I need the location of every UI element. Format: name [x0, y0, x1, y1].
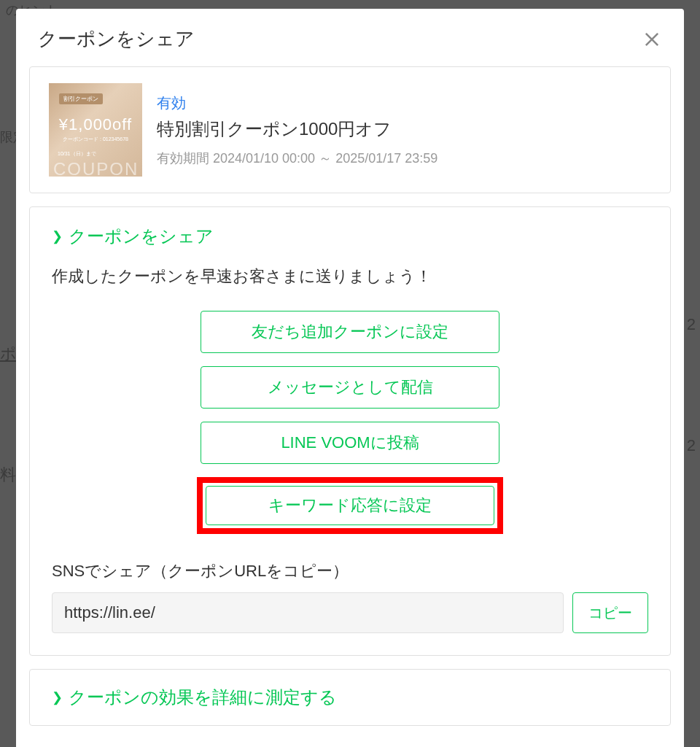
send-as-message-button[interactable]: メッセージとして配信 — [201, 366, 499, 409]
modal-header: クーポンをシェア — [16, 9, 684, 66]
copy-button[interactable]: コピー — [572, 592, 648, 633]
share-section-card: ❯ クーポンをシェア 作成したクーポンを早速お客さまに送りましょう！ 友だち追加… — [29, 206, 671, 656]
post-to-voom-button[interactable]: LINE VOOMに投稿 — [201, 422, 499, 464]
sns-share-label: SNSでシェア（クーポンURLをコピー） — [52, 560, 648, 582]
coupon-validity-period: 有効期間 2024/01/10 00:00 ～ 2025/01/17 23:59 — [157, 150, 438, 167]
coupon-name: 特別割引クーポン1000円オフ — [157, 117, 438, 141]
chevron-right-icon: ❯ — [52, 228, 63, 244]
measure-section-title: クーポンの効果を詳細に測定する — [69, 686, 337, 709]
coupon-url-input[interactable] — [52, 592, 564, 633]
coupon-summary-card: 割引クーポン ¥1,000off クーポンコード : 012345678 10/… — [29, 66, 671, 193]
set-add-friend-coupon-button[interactable]: 友だち追加クーポンに設定 — [201, 311, 499, 353]
modal-body: 割引クーポン ¥1,000off クーポンコード : 012345678 10/… — [16, 66, 684, 747]
measure-section-card: ❯ クーポンの効果を詳細に測定する — [29, 669, 671, 726]
measure-section-header[interactable]: ❯ クーポンの効果を詳細に測定する — [52, 686, 648, 709]
share-section-title: クーポンをシェア — [69, 225, 214, 248]
chevron-right-icon: ❯ — [52, 689, 63, 705]
thumb-date: 10/31（日）まで — [58, 150, 96, 158]
share-button-stack: 友だち追加クーポンに設定 メッセージとして配信 LINE VOOMに投稿 キーワ… — [52, 311, 648, 534]
url-copy-row: コピー — [52, 592, 648, 633]
share-description: 作成したクーポンを早速お客さまに送りましょう！ — [52, 266, 648, 287]
thumb-overlay: COUPON — [53, 159, 139, 177]
status-badge: 有効 — [157, 93, 438, 113]
thumb-price: ¥1,000off — [49, 115, 142, 134]
coupon-thumbnail: 割引クーポン ¥1,000off クーポンコード : 012345678 10/… — [49, 83, 142, 177]
thumb-code: クーポンコード : 012345678 — [49, 136, 142, 143]
thumb-tag: 割引クーポン — [59, 93, 103, 104]
close-icon[interactable] — [642, 29, 662, 50]
set-keyword-reply-button[interactable]: キーワード応答に設定 — [206, 486, 494, 525]
modal-title: クーポンをシェア — [38, 26, 195, 52]
share-section-header[interactable]: ❯ クーポンをシェア — [52, 225, 648, 248]
highlighted-button-frame: キーワード応答に設定 — [197, 477, 503, 534]
coupon-info: 有効 特別割引クーポン1000円オフ 有効期間 2024/01/10 00:00… — [157, 83, 438, 167]
share-coupon-modal: クーポンをシェア 割引クーポン ¥1,000off クーポンコード : 0123… — [16, 9, 684, 747]
